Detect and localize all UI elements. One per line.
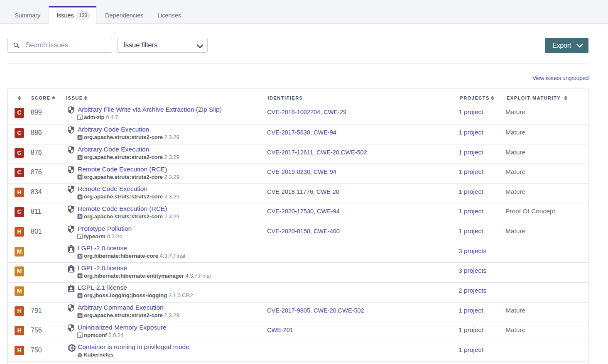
svg-text:M: M (78, 294, 82, 298)
svg-text:M: M (78, 274, 82, 278)
svg-text:M: M (78, 215, 82, 219)
svg-text:M: M (78, 254, 82, 258)
svg-text:M: M (78, 155, 82, 159)
svg-text:M: M (78, 136, 82, 140)
svg-text:M: M (78, 195, 82, 199)
svg-text:M: M (78, 313, 82, 318)
svg-text:M: M (78, 175, 82, 179)
